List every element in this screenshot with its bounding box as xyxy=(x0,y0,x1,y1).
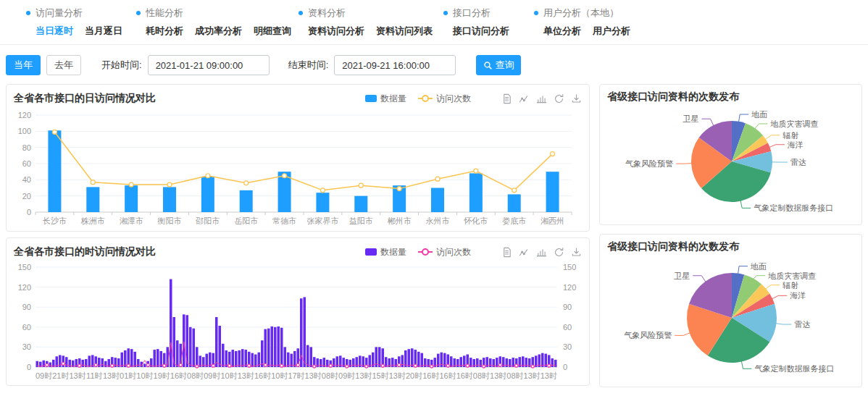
data-view-icon[interactable] xyxy=(501,247,512,258)
svg-text:地面: 地面 xyxy=(750,262,767,271)
svg-text:郴州市: 郴州市 xyxy=(388,216,412,225)
nav-item-unit-analysis[interactable]: 单位分析 xyxy=(543,25,581,38)
provincial-access-pie-chart-1[interactable]: 地面地质灾害调查辐射海洋雷达气象定制数据服务接口气象风险预警卫星 xyxy=(607,104,854,217)
nav-item-interface-access-analysis[interactable]: 接口访问分析 xyxy=(453,25,509,38)
nav-item-data-access-list[interactable]: 资料访问列表 xyxy=(376,25,433,38)
nav-item-user-analysis[interactable]: 用户分析 xyxy=(593,25,630,38)
svg-text:张家界市: 张家界市 xyxy=(306,216,338,225)
start-time-label: 开始时间: xyxy=(101,59,142,72)
svg-text:永州市: 永州市 xyxy=(426,216,450,225)
svg-text:09时: 09时 xyxy=(36,371,52,380)
bar-chart-icon[interactable] xyxy=(536,93,547,104)
svg-text:气象定制数据服务接口: 气象定制数据服务接口 xyxy=(754,364,834,373)
svg-text:17时: 17时 xyxy=(288,371,304,380)
svg-text:60: 60 xyxy=(22,323,31,332)
svg-text:卫星: 卫星 xyxy=(673,271,690,280)
nav-group-title-row: 性能分析 xyxy=(136,7,299,20)
end-time-input[interactable] xyxy=(334,55,456,75)
legend-item-data-volume[interactable]: 数据量 xyxy=(365,93,406,105)
line-chart-icon[interactable] xyxy=(519,247,530,258)
nav-group-performance: 性能分析 耗时分析 成功率分析 明细查询 xyxy=(136,7,299,44)
svg-text:辐射: 辐射 xyxy=(783,131,798,140)
svg-text:邵阳市: 邵阳市 xyxy=(195,216,220,225)
top-navigation: 访问量分析 当日逐时 当月逐日 性能分析 耗时分析 成功率分析 明细查询 资料分… xyxy=(0,0,868,45)
provincial-access-pie-chart-2[interactable]: 地面地质灾害调查辐射海洋雷达气象定制数据服务接口气象风险预警卫星 xyxy=(607,253,854,379)
svg-text:16时: 16时 xyxy=(422,371,439,380)
line-swatch-icon xyxy=(418,95,433,102)
svg-text:13时: 13时 xyxy=(490,371,506,380)
svg-text:气象风险预警: 气象风险预警 xyxy=(624,331,672,340)
chart-title: 全省各市接口的日访问情况对比 xyxy=(14,92,156,105)
line-chart-icon[interactable] xyxy=(519,93,530,104)
nav-item-time-cost[interactable]: 耗时分析 xyxy=(146,25,183,38)
svg-text:80: 80 xyxy=(22,143,31,152)
svg-text:益阳市: 益阳市 xyxy=(349,216,373,225)
svg-text:13时: 13时 xyxy=(541,371,557,380)
svg-text:100: 100 xyxy=(18,127,31,135)
nav-group-title-row: 资料分析 xyxy=(299,7,443,20)
nav-group-title: 访问量分析 xyxy=(36,7,83,20)
start-time-input[interactable] xyxy=(148,55,270,75)
nav-group-title-row: 用户分析（本地） xyxy=(534,7,630,20)
line-swatch-icon xyxy=(418,248,433,256)
bar-swatch-icon xyxy=(365,95,377,102)
svg-text:0: 0 xyxy=(27,208,31,216)
svg-text:湘潭市: 湘潭市 xyxy=(120,216,143,225)
svg-text:08时: 08时 xyxy=(506,371,523,380)
svg-text:30: 30 xyxy=(22,342,31,351)
nav-item-daily-month[interactable]: 当月逐日 xyxy=(85,25,122,38)
svg-text:60: 60 xyxy=(22,159,31,168)
daily-access-bar-line-chart[interactable]: 020406080100120长沙市株洲市湘潭市衡阳市邵阳市岳阳市常德市张家界市… xyxy=(14,108,582,229)
bullet-icon xyxy=(534,11,538,15)
restore-icon[interactable] xyxy=(554,247,564,258)
nav-group-title-row: 访问量分析 xyxy=(26,7,136,20)
svg-text:10时: 10时 xyxy=(271,371,288,380)
end-time-label: 结束时间: xyxy=(288,59,329,72)
download-icon[interactable] xyxy=(571,93,582,104)
download-icon[interactable] xyxy=(571,247,582,258)
this-year-button[interactable]: 当年 xyxy=(6,55,41,75)
svg-text:衡阳市: 衡阳市 xyxy=(157,216,182,225)
svg-text:120: 120 xyxy=(18,283,31,292)
svg-text:13时: 13时 xyxy=(389,371,406,380)
svg-text:150: 150 xyxy=(18,263,31,271)
nav-item-hourly-today[interactable]: 当日逐时 xyxy=(36,25,73,38)
bullet-icon xyxy=(443,11,448,15)
svg-text:08时: 08时 xyxy=(473,371,490,380)
nav-group-user: 用户分析（本地） 单位分析 用户分析 xyxy=(534,7,630,44)
svg-text:20时: 20时 xyxy=(406,371,422,380)
svg-text:19时: 19时 xyxy=(154,371,170,380)
svg-text:株洲市: 株洲市 xyxy=(80,216,105,225)
chart-title: 全省各市接口的时访问情况对比 xyxy=(14,245,156,258)
last-year-button[interactable]: 去年 xyxy=(46,55,81,75)
svg-text:卫星: 卫星 xyxy=(682,114,698,123)
pie-title: 省级接口访问资料的次数发布 xyxy=(607,240,854,253)
data-view-icon[interactable] xyxy=(501,93,512,104)
nav-group-title-row: 接口分析 xyxy=(443,7,534,20)
nav-group-title: 接口分析 xyxy=(453,7,491,20)
bar-chart-icon[interactable] xyxy=(536,247,547,258)
bullet-icon xyxy=(299,11,303,15)
legend-item-visit-count[interactable]: 访问次数 xyxy=(418,246,471,258)
svg-text:16时: 16时 xyxy=(456,371,473,380)
nav-item-detail-query[interactable]: 明细查询 xyxy=(254,25,291,38)
svg-text:40: 40 xyxy=(22,175,31,184)
provincial-access-pie-card-2: 省级接口访问资料的次数发布 地面地质灾害调查辐射海洋雷达气象定制数据服务接口气象… xyxy=(599,234,862,387)
svg-text:30: 30 xyxy=(563,342,572,351)
legend-item-visit-count[interactable]: 访问次数 xyxy=(418,93,471,105)
chart-toolbox xyxy=(501,247,582,258)
svg-text:120: 120 xyxy=(18,111,31,119)
restore-icon[interactable] xyxy=(554,93,564,104)
svg-text:气象定制数据服务接口: 气象定制数据服务接口 xyxy=(754,203,833,212)
svg-text:地质灾害调查: 地质灾害调查 xyxy=(769,119,818,128)
legend-item-data-volume[interactable]: 数据量 xyxy=(365,246,406,258)
hourly-access-bar-line-chart[interactable]: 0030306060909012012015015009时21时13时11时13… xyxy=(14,261,582,386)
svg-text:0: 0 xyxy=(27,363,31,371)
svg-text:08时: 08时 xyxy=(187,371,204,380)
nav-item-data-access-analysis[interactable]: 资料访问分析 xyxy=(308,25,364,38)
nav-item-success-rate[interactable]: 成功率分析 xyxy=(195,25,242,38)
svg-text:岳阳市: 岳阳市 xyxy=(234,216,258,225)
svg-text:0: 0 xyxy=(563,363,567,371)
svg-text:60: 60 xyxy=(563,323,572,332)
query-button[interactable]: 查询 xyxy=(476,55,521,75)
